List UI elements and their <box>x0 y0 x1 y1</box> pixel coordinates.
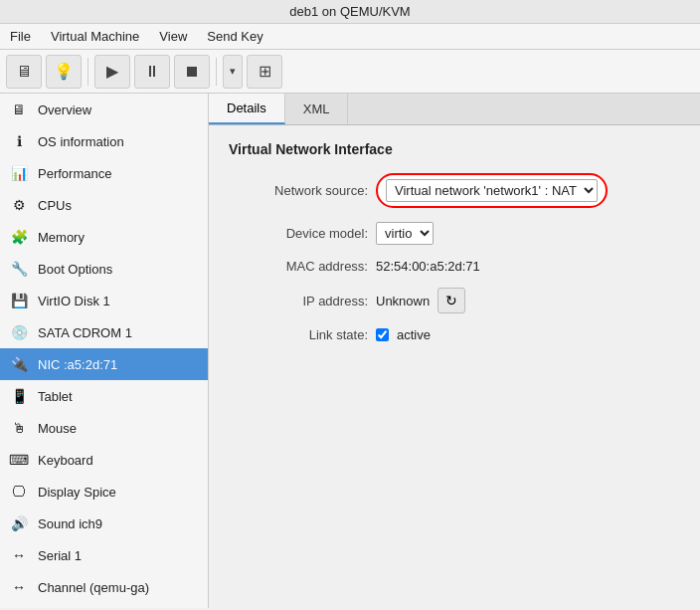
network-source-select[interactable]: Virtual network 'network1' : NAT <box>386 179 598 202</box>
bulb-icon[interactable]: 💡 <box>46 55 82 89</box>
content-area: DetailsXML Virtual Network Interface Net… <box>209 94 700 608</box>
sidebar-label-os-information: OS information <box>38 134 124 149</box>
details-panel: Virtual Network Interface Network source… <box>209 125 700 372</box>
serial-1-icon: ↔ <box>8 544 30 566</box>
pause-icon[interactable]: ⏸ <box>134 55 170 89</box>
sidebar-item-channel-spice[interactable]: ↔Channel (spice) <box>0 603 208 608</box>
link-state-row: Link state: active <box>229 327 680 342</box>
ip-address-row: IP address: Unknown ↻ <box>229 288 680 313</box>
sidebar-item-cpus[interactable]: ⚙CPUs <box>0 189 208 221</box>
ip-address-value: Unknown <box>376 294 430 308</box>
dropdown-icon[interactable]: ▾ <box>223 55 243 89</box>
title-text: deb1 on QEMU/KVM <box>289 4 410 19</box>
stop-icon[interactable]: ⏹ <box>174 55 210 89</box>
sidebar-label-overview: Overview <box>38 102 91 117</box>
cpus-icon: ⚙ <box>8 194 30 216</box>
title-bar: deb1 on QEMU/KVM <box>0 0 700 24</box>
sata-cdrom-1-icon: 💿 <box>8 321 30 343</box>
refresh-ip-button[interactable]: ↻ <box>438 288 465 313</box>
sidebar-item-boot-options[interactable]: 🔧Boot Options <box>0 253 208 285</box>
sidebar-item-nic[interactable]: 🔌NIC :a5:2d:71 <box>0 348 208 380</box>
sidebar-item-keyboard[interactable]: ⌨Keyboard <box>0 444 208 476</box>
mouse-icon: 🖱 <box>8 417 30 439</box>
tab-bar: DetailsXML <box>209 94 700 125</box>
sidebar-item-os-information[interactable]: ℹOS information <box>0 125 208 157</box>
link-state-value: active <box>397 327 431 342</box>
menu-item-send-key[interactable]: Send Key <box>201 27 268 46</box>
ip-address-label: IP address: <box>229 294 368 308</box>
sidebar-label-channel-qemu-ga: Channel (qemu-ga) <box>38 580 149 595</box>
menu-item-virtual-machine[interactable]: Virtual Machine <box>45 27 145 46</box>
mac-address-value: 52:54:00:a5:2d:71 <box>376 259 480 274</box>
sidebar-item-tablet[interactable]: 📱Tablet <box>0 380 208 412</box>
toolbar: 🖥💡▶⏸⏹▾⊞ <box>0 50 700 94</box>
link-state-label: Link state: <box>229 327 368 342</box>
sidebar-item-display-spice[interactable]: 🖵Display Spice <box>0 476 208 508</box>
network-source-row: Network source: Virtual network 'network… <box>229 173 680 208</box>
sidebar-item-sound-ich9[interactable]: 🔊Sound ich9 <box>0 508 208 539</box>
tab-xml[interactable]: XML <box>285 94 349 124</box>
sidebar-label-keyboard: Keyboard <box>38 453 93 468</box>
virtio-disk-1-icon: 💾 <box>8 290 30 311</box>
device-model-select[interactable]: virtio <box>376 222 434 245</box>
device-model-row: Device model: virtio <box>229 222 680 245</box>
sidebar-label-mouse: Mouse <box>38 421 77 436</box>
monitor-icon[interactable]: 🖥 <box>6 55 42 89</box>
play-icon[interactable]: ▶ <box>94 55 130 89</box>
fullscreen-icon[interactable]: ⊞ <box>247 55 282 89</box>
sidebar-label-display-spice: Display Spice <box>38 485 116 500</box>
performance-icon: 📊 <box>8 162 30 184</box>
sidebar-label-sata-cdrom-1: SATA CDROM 1 <box>38 325 132 340</box>
sidebar-item-channel-qemu-ga[interactable]: ↔Channel (qemu-ga) <box>0 571 208 603</box>
sidebar-label-serial-1: Serial 1 <box>38 548 82 563</box>
sidebar-item-mouse[interactable]: 🖱Mouse <box>0 412 208 444</box>
sidebar-label-boot-options: Boot Options <box>38 262 112 277</box>
sidebar-item-serial-1[interactable]: ↔Serial 1 <box>0 539 208 571</box>
sidebar: 🖥OverviewℹOS information📊Performance⚙CPU… <box>0 94 209 608</box>
tab-details[interactable]: Details <box>209 94 285 124</box>
toolbar-separator-1 <box>88 58 88 86</box>
section-title: Virtual Network Interface <box>229 141 680 157</box>
network-source-label: Network source: <box>229 183 368 198</box>
sidebar-item-overview[interactable]: 🖥Overview <box>0 94 208 125</box>
mac-address-label: MAC address: <box>229 259 368 274</box>
sidebar-item-virtio-disk-1[interactable]: 💾VirtIO Disk 1 <box>0 285 208 316</box>
sound-ich9-icon: 🔊 <box>8 512 30 534</box>
link-state-checkbox[interactable] <box>376 328 389 341</box>
menu-item-view[interactable]: View <box>153 27 193 46</box>
sidebar-label-cpus: CPUs <box>38 198 72 213</box>
mac-address-row: MAC address: 52:54:00:a5:2d:71 <box>229 259 680 274</box>
keyboard-icon: ⌨ <box>8 449 30 471</box>
menu-bar: FileVirtual MachineViewSend Key <box>0 24 700 50</box>
overview-icon: 🖥 <box>8 99 30 120</box>
memory-icon: 🧩 <box>8 226 30 248</box>
tablet-icon: 📱 <box>8 385 30 407</box>
menu-item-file[interactable]: File <box>4 27 37 46</box>
channel-qemu-ga-icon: ↔ <box>8 576 30 598</box>
device-model-label: Device model: <box>229 226 368 241</box>
main-layout: 🖥OverviewℹOS information📊Performance⚙CPU… <box>0 94 700 608</box>
sidebar-label-memory: Memory <box>38 230 85 245</box>
sidebar-label-nic: NIC :a5:2d:71 <box>38 357 117 372</box>
sidebar-label-virtio-disk-1: VirtIO Disk 1 <box>38 294 110 308</box>
sidebar-label-performance: Performance <box>38 166 111 181</box>
sidebar-item-sata-cdrom-1[interactable]: 💿SATA CDROM 1 <box>0 316 208 348</box>
display-spice-icon: 🖵 <box>8 481 30 503</box>
sidebar-item-memory[interactable]: 🧩Memory <box>0 221 208 253</box>
network-source-highlight: Virtual network 'network1' : NAT <box>376 173 608 208</box>
sidebar-item-performance[interactable]: 📊Performance <box>0 157 208 189</box>
nic-icon: 🔌 <box>8 353 30 375</box>
sidebar-label-sound-ich9: Sound ich9 <box>38 516 102 531</box>
sidebar-label-tablet: Tablet <box>38 389 73 404</box>
boot-options-icon: 🔧 <box>8 258 30 280</box>
toolbar-separator-4 <box>216 58 217 86</box>
os-information-icon: ℹ <box>8 130 30 152</box>
